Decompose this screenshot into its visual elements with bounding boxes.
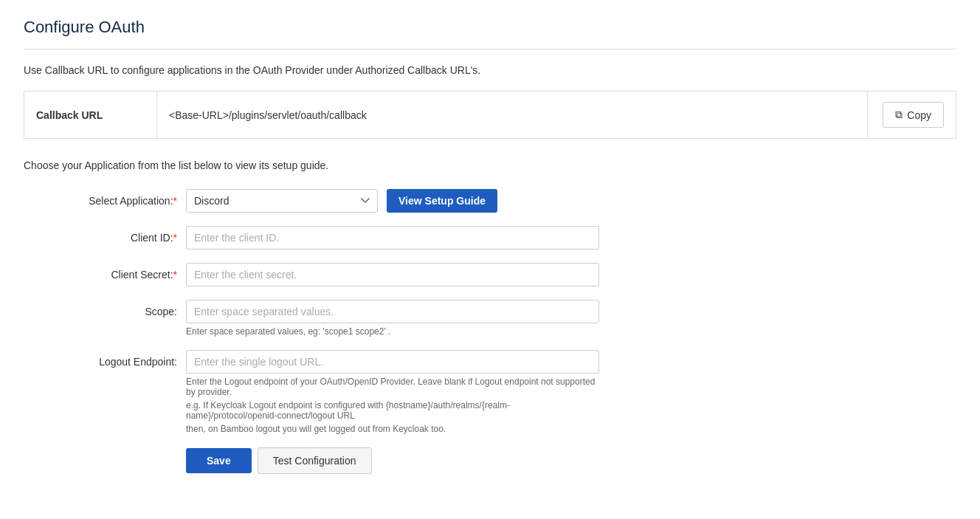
client-secret-control [186,263,599,286]
client-secret-input[interactable] [186,263,599,286]
logout-endpoint-hint-1: Enter the Logout endpoint of your OAuth/… [186,377,599,397]
callback-url-table: Callback URL <Base-URL>/plugins/servlet/… [24,91,956,139]
select-application-row: Select Application:* Discord GitHub GitL… [24,189,956,213]
scope-control: Enter space separated values, eg: 'scope… [186,300,599,337]
logout-endpoint-input[interactable] [186,350,599,374]
oauth-form: Select Application:* Discord GitHub GitL… [24,189,956,474]
copy-cell: ⧉ Copy [868,92,956,139]
client-secret-required: * [173,269,177,281]
client-secret-row: Client Secret:* [24,263,956,286]
client-id-required: * [173,232,177,244]
scope-row: Scope: Enter space separated values, eg:… [24,300,956,337]
application-select[interactable]: Discord GitHub GitLab Google Microsoft O… [186,189,378,213]
client-id-input[interactable] [186,226,599,250]
form-section-description: Choose your Application from the list be… [24,159,956,171]
intro-description: Use Callback URL to configure applicatio… [24,64,956,76]
view-setup-guide-button[interactable]: View Setup Guide [387,189,497,213]
save-button[interactable]: Save [186,448,252,473]
client-id-control [186,226,599,250]
scope-input[interactable] [186,300,599,323]
callback-url-value: <Base-URL>/plugins/servlet/oauth/callbac… [157,92,868,139]
copy-button[interactable]: ⧉ Copy [883,102,944,128]
client-secret-label: Client Secret:* [24,263,186,281]
logout-endpoint-hint-2: e.g. If Keycloak Logout endpoint is conf… [186,400,599,421]
copy-icon: ⧉ [895,109,903,121]
select-application-label: Select Application:* [24,189,186,207]
copy-button-label: Copy [907,109,931,121]
scope-label: Scope: [24,300,186,317]
scope-hint: Enter space separated values, eg: 'scope… [186,326,599,337]
title-divider [24,49,956,49]
form-buttons-row: Save Test Configuration [186,447,956,474]
client-id-label: Client ID:* [24,226,186,244]
test-configuration-button[interactable]: Test Configuration [258,447,372,474]
callback-url-label: Callback URL [24,92,157,139]
logout-endpoint-control: Enter the Logout endpoint of your OAuth/… [186,350,599,434]
select-application-control: Discord GitHub GitLab Google Microsoft O… [186,189,599,213]
logout-endpoint-row: Logout Endpoint: Enter the Logout endpoi… [24,350,956,434]
page-title: Configure OAuth [24,18,956,37]
select-application-required: * [173,195,177,207]
logout-endpoint-hint-3: then, on Bamboo logout you will get logg… [186,424,599,434]
logout-endpoint-label: Logout Endpoint: [24,350,186,368]
client-id-row: Client ID:* [24,226,956,250]
